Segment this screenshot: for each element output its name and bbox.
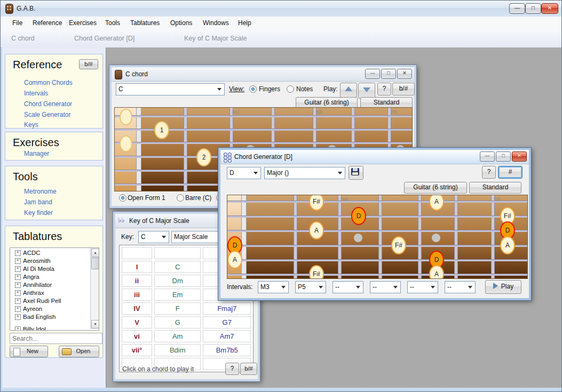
barre-c-radio[interactable] — [177, 194, 184, 202]
menu-tablatures[interactable]: Tablatures — [130, 19, 160, 27]
tree-item[interactable]: +Annihilator — [10, 281, 90, 289]
tree-item[interactable]: +Al Di Meola — [10, 265, 90, 273]
tree-item[interactable]: +Axel Rudi Pell — [10, 297, 90, 305]
menu-tools[interactable]: Tools — [105, 19, 120, 27]
chord-type-select[interactable]: Major () — [264, 167, 345, 179]
sidebar-item-intervals[interactable]: Intervals — [24, 90, 48, 97]
tree-item[interactable]: +Ayreon — [10, 305, 90, 313]
fingers-radio-label[interactable]: Fingers — [259, 85, 280, 93]
new-button[interactable]: New — [10, 346, 48, 357]
flat-sharp-toggle-button[interactable]: b/# — [79, 59, 98, 69]
maximize-button[interactable]: □ — [525, 3, 541, 14]
expand-icon[interactable]: + — [15, 282, 21, 288]
tree-scrollbar[interactable]: ▲ ▼ — [90, 248, 99, 329]
tab-c-chord[interactable]: C chord — [11, 35, 35, 42]
sidebar-item-key-finder[interactable]: Key finder — [24, 209, 53, 217]
play-down-button[interactable] — [358, 83, 375, 99]
root-note-select[interactable]: D — [227, 167, 261, 179]
note-marker[interactable]: A — [500, 236, 515, 254]
scroll-down-icon[interactable]: ▼ — [91, 320, 99, 329]
play-up-button[interactable] — [340, 83, 357, 98]
expand-icon[interactable]: + — [15, 258, 21, 264]
expand-icon[interactable]: + — [15, 314, 21, 320]
chord-select[interactable]: C — [116, 83, 225, 95]
search-input[interactable] — [10, 333, 102, 344]
expand-icon[interactable]: + — [15, 298, 21, 304]
scroll-thumb[interactable] — [91, 258, 99, 269]
maximize-button[interactable]: □ — [496, 151, 511, 162]
flat-sharp-button[interactable]: b/# — [392, 83, 415, 95]
note-marker[interactable]: A — [429, 195, 444, 211]
notes-radio[interactable] — [287, 85, 294, 93]
close-button[interactable]: ✕ — [512, 151, 527, 162]
barre-c-label[interactable]: Barre (C) — [185, 194, 211, 202]
note-marker[interactable]: A — [227, 251, 242, 269]
menu-windows[interactable]: Windows — [203, 19, 229, 27]
tuning-button[interactable]: Standard — [469, 182, 521, 194]
maximize-button[interactable]: □ — [381, 69, 396, 79]
fingers-radio[interactable] — [249, 85, 257, 93]
note-marker[interactable]: F# — [309, 195, 324, 211]
help-button[interactable]: ? — [377, 83, 391, 95]
sidebar-item-manager[interactable]: Manager — [24, 150, 49, 157]
c-chord-titlebar[interactable]: C chord — □ ✕ — [112, 67, 414, 82]
expand-icon[interactable]: + — [15, 326, 21, 331]
sidebar-item-chord-generator[interactable]: Chord Generator — [24, 100, 72, 108]
tree-item[interactable]: +ACDC — [10, 249, 90, 257]
tab-chord-generator[interactable]: Chord Generator [D] — [74, 35, 134, 42]
interval-select-3[interactable]: -- — [333, 281, 363, 293]
tree-item[interactable]: +Billy Idol — [10, 325, 90, 331]
sharp-button[interactable]: # — [498, 166, 523, 179]
help-button[interactable]: ? — [225, 363, 239, 375]
expand-icon[interactable]: + — [15, 274, 21, 280]
minimize-button[interactable]: — — [509, 3, 525, 14]
menu-reference[interactable]: Reference — [33, 19, 62, 27]
menu-help[interactable]: Help — [238, 19, 251, 27]
notes-radio-label[interactable]: Notes — [296, 85, 313, 93]
scroll-up-icon[interactable]: ▲ — [91, 249, 99, 257]
interval-select-6[interactable]: -- — [445, 281, 476, 293]
expand-icon[interactable]: + — [15, 306, 21, 312]
tree-item[interactable]: +Anthrax — [10, 289, 90, 297]
sidebar-item-metronome[interactable]: Metronome — [24, 188, 57, 195]
minimize-button[interactable]: — — [365, 69, 380, 79]
note-marker[interactable]: A — [309, 221, 324, 239]
note-marker[interactable]: A — [429, 265, 444, 279]
save-button[interactable] — [349, 166, 363, 180]
play-button[interactable]: Play — [485, 280, 521, 294]
sidebar-item-keys[interactable]: Keys — [24, 121, 38, 129]
close-button[interactable]: ✕ — [397, 69, 412, 79]
help-button[interactable]: ? — [482, 166, 496, 179]
menu-exercises[interactable]: Exercises — [69, 19, 97, 27]
tree-item[interactable]: +Angra — [10, 273, 90, 281]
expand-icon[interactable]: + — [15, 266, 21, 272]
interval-select-5[interactable]: -- — [407, 281, 438, 293]
interval-select-2[interactable]: P5 — [295, 281, 326, 293]
flat-sharp-button[interactable]: b/# — [240, 363, 257, 375]
open-button[interactable]: Open — [59, 346, 99, 357]
menu-file[interactable]: File — [12, 19, 22, 27]
generator-titlebar[interactable]: Chord Generator [D] — □ ✕ — [220, 150, 529, 164]
expand-icon[interactable]: + — [15, 290, 21, 296]
open-form-1-label[interactable]: Open Form 1 — [128, 194, 165, 202]
key-select[interactable]: C — [138, 231, 169, 243]
expand-icon[interactable]: + — [15, 250, 21, 256]
sidebar-item-scale-generator[interactable]: Scale Generator — [24, 111, 70, 118]
minimize-button[interactable]: — — [480, 151, 495, 162]
tree-item[interactable]: +Bad English — [10, 313, 90, 321]
close-button[interactable]: ✕ — [541, 3, 558, 14]
note-marker[interactable]: F# — [391, 236, 406, 254]
instrument-button[interactable]: Guitar (6 string) — [404, 182, 467, 194]
sidebar-item-jam-band[interactable]: Jam band — [24, 198, 52, 206]
generator-fretboard[interactable]: 3rd 7th F# A D F# A D D F# A A D F# A — [227, 195, 528, 279]
tab-key-of-c[interactable]: Key of C Major Scale — [184, 35, 247, 42]
interval-select-1[interactable]: M3 — [258, 281, 289, 293]
note-marker[interactable]: F# — [309, 265, 324, 279]
root-note-marker[interactable]: D — [351, 207, 366, 225]
interval-select-4[interactable]: -- — [370, 281, 401, 293]
open-form-1-radio[interactable] — [119, 194, 126, 202]
tree-item[interactable]: +Aerosmith — [10, 257, 90, 265]
sidebar-item-common-chords[interactable]: Common Chords — [24, 79, 73, 86]
main-titlebar[interactable]: G.A.B. — □ ✕ — [1, 1, 562, 17]
menu-options[interactable]: Options — [170, 19, 192, 27]
